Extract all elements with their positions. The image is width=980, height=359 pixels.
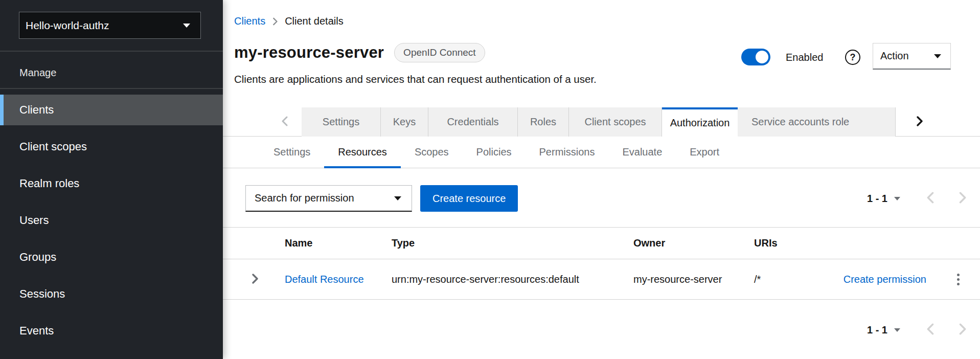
resource-owner: my-resource-server: [623, 274, 743, 285]
protocol-badge: OpenID Connect: [394, 43, 485, 62]
pagination-menu-toggle[interactable]: 1 - 1: [867, 324, 900, 336]
column-header-type: Type: [381, 237, 623, 249]
pagination-menu-toggle[interactable]: 1 - 1: [867, 193, 900, 205]
authorization-subtabs: Settings Resources Scopes Policies Permi…: [223, 137, 980, 168]
pagination-prev-button[interactable]: [927, 323, 935, 336]
column-header-uris: URIs: [743, 237, 816, 249]
column-header-name: Name: [274, 237, 381, 249]
create-permission-link[interactable]: Create permission: [844, 274, 926, 285]
angle-right-icon: [272, 17, 278, 26]
sidebar-nav: Clients Client scopes Realm roles Users …: [0, 89, 223, 346]
caret-down-icon: [934, 54, 941, 58]
app-window: Hello-world-authz Manage Clients Client …: [0, 0, 980, 359]
pagination-next-button[interactable]: [959, 323, 966, 336]
enabled-label: Enabled: [786, 52, 823, 63]
caret-down-icon: [394, 196, 401, 200]
sidebar-item-label: Clients: [19, 103, 54, 117]
angle-left-icon: [927, 323, 935, 336]
tab-authorization[interactable]: Authorization: [662, 107, 738, 137]
tab-service-accounts-roles[interactable]: Service accounts role: [738, 107, 896, 137]
sidebar-item-label: Client scopes: [19, 140, 87, 153]
search-filter-dropdown[interactable]: Search for permission: [245, 185, 412, 212]
sidebar-item-users[interactable]: Users: [0, 205, 223, 236]
client-detail-tabs: Settings Keys Credentials Roles Client s…: [223, 107, 980, 137]
angle-right-icon: [916, 116, 923, 128]
sidebar-item-realm-roles[interactable]: Realm roles: [0, 168, 223, 199]
row-kebab-menu-button[interactable]: [954, 271, 963, 288]
pagination-top: 1 - 1: [867, 192, 966, 205]
tab-credentials[interactable]: Credentials: [428, 107, 518, 137]
caret-down-icon: [894, 328, 900, 332]
tabs-scroll-right-button[interactable]: [896, 107, 980, 137]
realm-selector-label: Hello-world-authz: [26, 19, 109, 32]
tab-client-scopes[interactable]: Client scopes: [569, 107, 662, 137]
pagination-next-button[interactable]: [959, 192, 966, 205]
help-icon[interactable]: ?: [845, 50, 860, 65]
pagination-range: 1 - 1: [867, 193, 887, 205]
angle-right-icon: [959, 323, 966, 336]
pagination-bottom: 1 - 1: [867, 318, 966, 342]
sidebar-item-label: Users: [19, 214, 49, 227]
subtab-permissions[interactable]: Permissions: [526, 137, 609, 168]
page-description: Clients are applications and services th…: [234, 73, 597, 85]
main-content: Clients Client details my-resource-serve…: [223, 0, 980, 359]
sidebar-item-label: Groups: [19, 251, 56, 264]
page-header: my-resource-server OpenID Connect: [234, 43, 485, 62]
resource-type: urn:my-resource-server:resources:default: [381, 274, 623, 285]
sidebar-item-label: Sessions: [19, 287, 65, 301]
breadcrumb: Clients Client details: [234, 15, 344, 27]
resource-uris: /*: [743, 274, 816, 285]
page-title: my-resource-server: [234, 43, 384, 62]
nav-section-title: Manage: [0, 52, 223, 88]
tab-settings[interactable]: Settings: [302, 107, 381, 137]
pagination-range: 1 - 1: [867, 324, 887, 336]
enabled-toggle[interactable]: [741, 49, 770, 65]
angle-left-icon: [282, 116, 288, 128]
realm-selector[interactable]: Hello-world-authz: [19, 12, 201, 39]
sidebar-item-label: Realm roles: [19, 177, 79, 190]
table-row: Default Resource urn:my-resource-server:…: [223, 259, 980, 300]
subtab-export[interactable]: Export: [676, 137, 733, 168]
sidebar: Hello-world-authz Manage Clients Client …: [0, 0, 223, 359]
table-header-row: Name Type Owner URIs: [223, 227, 980, 259]
sidebar-item-clients[interactable]: Clients: [0, 95, 223, 125]
row-expand-button[interactable]: [252, 274, 258, 285]
subtab-scopes[interactable]: Scopes: [401, 137, 463, 168]
sidebar-item-label: Events: [19, 324, 54, 338]
sidebar-item-sessions[interactable]: Sessions: [0, 279, 223, 309]
subtab-resources[interactable]: Resources: [324, 137, 401, 168]
breadcrumb-current: Client details: [285, 15, 344, 27]
create-resource-button[interactable]: Create resource: [420, 185, 518, 212]
tab-roles[interactable]: Roles: [518, 107, 569, 137]
resources-table: Name Type Owner URIs Default Resource: [223, 227, 980, 300]
pagination-prev-button[interactable]: [927, 192, 935, 205]
toggle-knob: [756, 51, 768, 63]
caret-down-icon: [183, 24, 190, 28]
caret-down-icon: [894, 197, 900, 200]
sidebar-item-events[interactable]: Events: [0, 316, 223, 346]
tabs-scroll-left-button[interactable]: [223, 107, 302, 137]
action-dropdown-label: Action: [880, 50, 909, 62]
breadcrumb-clients-link[interactable]: Clients: [234, 15, 265, 27]
angle-right-icon: [252, 274, 258, 285]
resource-name-link[interactable]: Default Resource: [285, 274, 364, 285]
sidebar-item-client-scopes[interactable]: Client scopes: [0, 131, 223, 162]
resources-toolbar: Search for permission Create resource 1 …: [245, 185, 966, 212]
tab-keys[interactable]: Keys: [381, 107, 428, 137]
search-filter-label: Search for permission: [255, 192, 354, 204]
angle-right-icon: [959, 192, 966, 205]
subtab-evaluate[interactable]: Evaluate: [608, 137, 676, 168]
subtab-settings[interactable]: Settings: [260, 137, 324, 168]
angle-left-icon: [927, 192, 935, 205]
action-dropdown[interactable]: Action: [873, 43, 951, 70]
sidebar-item-groups[interactable]: Groups: [0, 242, 223, 273]
subtab-policies[interactable]: Policies: [463, 137, 526, 168]
column-header-owner: Owner: [623, 237, 743, 249]
